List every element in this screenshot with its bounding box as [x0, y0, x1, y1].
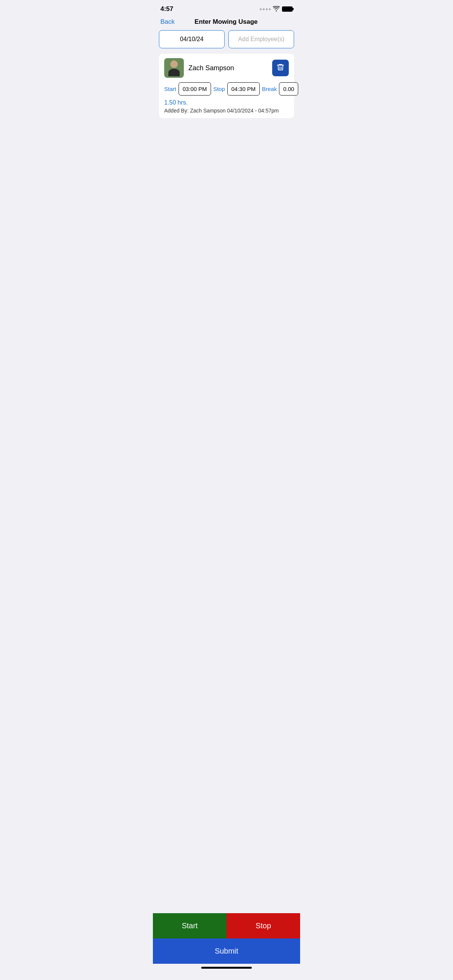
hours-display: 1.50 hrs.	[164, 99, 289, 106]
stop-label: Stop	[213, 86, 225, 92]
trash-icon	[277, 63, 285, 73]
nav-bar: Back Enter Mowing Usage	[153, 15, 300, 30]
avatar	[164, 58, 184, 78]
status-icons	[260, 6, 292, 13]
employee-card: Zach Sampson Start 03:00 PM Stop 04:30 P…	[159, 54, 294, 118]
top-row: 04/10/24 Add Employee(s)	[159, 30, 294, 48]
start-time-input[interactable]: 03:00 PM	[178, 82, 211, 95]
signal-icon	[260, 8, 271, 10]
wifi-icon	[273, 6, 280, 13]
start-label: Start	[164, 86, 176, 92]
employee-header: Zach Sampson	[164, 58, 289, 78]
add-employee-input[interactable]: Add Employee(s)	[228, 30, 294, 48]
stop-time-input[interactable]: 04:30 PM	[227, 82, 260, 95]
employee-name: Zach Sampson	[188, 64, 234, 72]
added-by-text: Added By: Zach Sampson 04/10/2024 - 04:5…	[164, 108, 289, 114]
break-label: Break	[262, 86, 277, 92]
delete-employee-button[interactable]	[272, 60, 289, 76]
date-input[interactable]: 04/10/24	[159, 30, 225, 48]
time-row: Start 03:00 PM Stop 04:30 PM Break 0.00	[164, 82, 289, 95]
main-content: 04/10/24 Add Employee(s) Zach Sampson	[153, 30, 300, 318]
employee-info: Zach Sampson	[164, 58, 234, 78]
content-spacer	[159, 118, 294, 269]
status-bar: 4:57	[153, 0, 300, 15]
battery-icon	[282, 6, 292, 12]
page-title: Enter Mowing Usage	[175, 18, 277, 25]
back-button[interactable]: Back	[161, 18, 175, 25]
avatar-image	[164, 58, 184, 78]
break-input[interactable]: 0.00	[279, 82, 298, 95]
status-time: 4:57	[161, 5, 173, 13]
